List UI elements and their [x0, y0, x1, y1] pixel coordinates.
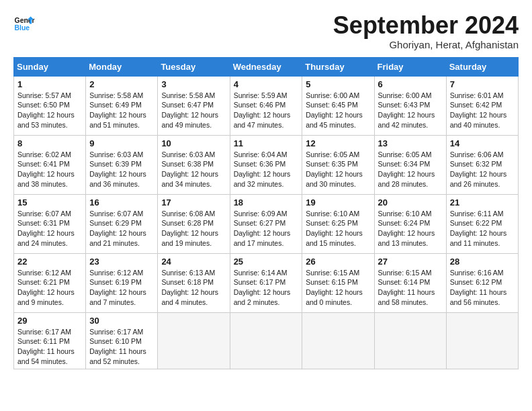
- table-cell: 27Sunrise: 6:15 AMSunset: 6:14 PMDayligh…: [374, 253, 446, 312]
- table-cell: 22Sunrise: 6:12 AMSunset: 6:21 PMDayligh…: [14, 253, 86, 312]
- table-cell: 3Sunrise: 5:58 AMSunset: 6:47 PMDaylight…: [158, 76, 230, 135]
- logo-icon: General Blue: [13, 12, 35, 34]
- table-cell: 20Sunrise: 6:10 AMSunset: 6:24 PMDayligh…: [374, 194, 446, 253]
- table-cell: 13Sunrise: 6:05 AMSunset: 6:34 PMDayligh…: [374, 135, 446, 194]
- day-number: 8: [17, 138, 82, 148]
- table-cell: 15Sunrise: 6:07 AMSunset: 6:31 PMDayligh…: [14, 194, 86, 253]
- day-info: Sunrise: 6:11 AMSunset: 6:22 PMDaylight:…: [450, 209, 515, 248]
- col-monday: Monday: [86, 57, 158, 76]
- table-cell: 24Sunrise: 6:13 AMSunset: 6:18 PMDayligh…: [158, 253, 230, 312]
- day-info: Sunrise: 6:07 AMSunset: 6:29 PMDaylight:…: [89, 209, 154, 248]
- day-info: Sunrise: 6:13 AMSunset: 6:18 PMDaylight:…: [161, 268, 226, 308]
- day-info: Sunrise: 6:05 AMSunset: 6:34 PMDaylight:…: [378, 150, 443, 189]
- col-friday: Friday: [374, 57, 446, 76]
- table-cell: 1Sunrise: 5:57 AMSunset: 6:50 PMDaylight…: [14, 76, 86, 135]
- day-info: Sunrise: 6:15 AMSunset: 6:14 PMDaylight:…: [378, 268, 443, 308]
- day-number: 19: [306, 197, 370, 208]
- table-cell: 4Sunrise: 5:59 AMSunset: 6:46 PMDaylight…: [230, 76, 302, 135]
- day-info: Sunrise: 6:14 AMSunset: 6:17 PMDaylight:…: [234, 268, 299, 308]
- day-info: Sunrise: 6:03 AMSunset: 6:39 PMDaylight:…: [89, 150, 154, 189]
- day-info: Sunrise: 6:01 AMSunset: 6:42 PMDaylight:…: [450, 91, 515, 130]
- day-number: 24: [161, 257, 226, 267]
- day-number: 1: [17, 79, 82, 89]
- day-number: 6: [378, 79, 443, 89]
- col-wednesday: Wednesday: [230, 57, 302, 76]
- table-cell: [230, 312, 302, 369]
- calendar-header-row: Sunday Monday Tuesday Wednesday Thursday…: [14, 57, 519, 76]
- day-number: 4: [234, 79, 299, 89]
- day-info: Sunrise: 6:02 AMSunset: 6:41 PMDaylight:…: [17, 150, 82, 189]
- col-saturday: Saturday: [446, 57, 518, 76]
- table-cell: 5Sunrise: 6:00 AMSunset: 6:45 PMDaylight…: [302, 76, 374, 135]
- day-number: 29: [17, 316, 82, 326]
- day-info: Sunrise: 5:58 AMSunset: 6:47 PMDaylight:…: [161, 91, 226, 130]
- day-number: 26: [306, 257, 370, 267]
- header: General Blue September 2024 Ghoriyan, He…: [13, 12, 519, 50]
- table-cell: 26Sunrise: 6:15 AMSunset: 6:15 PMDayligh…: [302, 253, 374, 312]
- day-number: 10: [161, 138, 226, 148]
- day-number: 22: [17, 257, 82, 267]
- day-info: Sunrise: 6:09 AMSunset: 6:27 PMDaylight:…: [234, 209, 299, 248]
- table-cell: 7Sunrise: 6:01 AMSunset: 6:42 PMDaylight…: [446, 76, 518, 135]
- day-number: 9: [89, 138, 154, 148]
- day-info: Sunrise: 5:58 AMSunset: 6:49 PMDaylight:…: [89, 91, 154, 130]
- day-info: Sunrise: 6:08 AMSunset: 6:28 PMDaylight:…: [161, 209, 226, 248]
- day-number: 7: [450, 79, 515, 89]
- day-number: 27: [378, 257, 443, 267]
- day-number: 20: [378, 197, 443, 208]
- day-info: Sunrise: 6:12 AMSunset: 6:21 PMDaylight:…: [17, 268, 82, 308]
- table-cell: 16Sunrise: 6:07 AMSunset: 6:29 PMDayligh…: [86, 194, 158, 253]
- day-info: Sunrise: 6:10 AMSunset: 6:24 PMDaylight:…: [378, 209, 443, 248]
- table-cell: 23Sunrise: 6:12 AMSunset: 6:19 PMDayligh…: [86, 253, 158, 312]
- day-info: Sunrise: 6:12 AMSunset: 6:19 PMDaylight:…: [89, 268, 154, 308]
- day-info: Sunrise: 6:06 AMSunset: 6:32 PMDaylight:…: [450, 150, 515, 189]
- day-number: 14: [450, 138, 515, 148]
- table-cell: 29Sunrise: 6:17 AMSunset: 6:11 PMDayligh…: [14, 312, 86, 369]
- day-info: Sunrise: 5:59 AMSunset: 6:46 PMDaylight:…: [234, 91, 299, 130]
- calendar-table: Sunday Monday Tuesday Wednesday Thursday…: [13, 57, 519, 370]
- day-info: Sunrise: 6:07 AMSunset: 6:31 PMDaylight:…: [17, 209, 82, 248]
- day-number: 30: [89, 316, 154, 326]
- day-info: Sunrise: 6:00 AMSunset: 6:45 PMDaylight:…: [306, 91, 370, 130]
- table-cell: 2Sunrise: 5:58 AMSunset: 6:49 PMDaylight…: [86, 76, 158, 135]
- day-number: 13: [378, 138, 443, 148]
- table-cell: [446, 312, 518, 369]
- col-sunday: Sunday: [14, 57, 86, 76]
- table-cell: 28Sunrise: 6:16 AMSunset: 6:12 PMDayligh…: [446, 253, 518, 312]
- day-number: 12: [306, 138, 370, 148]
- day-info: Sunrise: 6:15 AMSunset: 6:15 PMDaylight:…: [306, 268, 370, 308]
- day-number: 3: [161, 79, 226, 89]
- table-cell: 8Sunrise: 6:02 AMSunset: 6:41 PMDaylight…: [14, 135, 86, 194]
- col-thursday: Thursday: [302, 57, 374, 76]
- day-number: 17: [161, 197, 226, 208]
- day-info: Sunrise: 6:10 AMSunset: 6:25 PMDaylight:…: [306, 209, 370, 248]
- day-info: Sunrise: 6:00 AMSunset: 6:43 PMDaylight:…: [378, 91, 443, 130]
- table-cell: 6Sunrise: 6:00 AMSunset: 6:43 PMDaylight…: [374, 76, 446, 135]
- day-info: Sunrise: 5:57 AMSunset: 6:50 PMDaylight:…: [17, 91, 82, 130]
- table-cell: 18Sunrise: 6:09 AMSunset: 6:27 PMDayligh…: [230, 194, 302, 253]
- day-number: 21: [450, 197, 515, 208]
- day-number: 2: [89, 79, 154, 89]
- table-cell: 30Sunrise: 6:17 AMSunset: 6:10 PMDayligh…: [86, 312, 158, 369]
- table-cell: 21Sunrise: 6:11 AMSunset: 6:22 PMDayligh…: [446, 194, 518, 253]
- day-info: Sunrise: 6:17 AMSunset: 6:11 PMDaylight:…: [17, 327, 82, 367]
- day-number: 25: [234, 257, 299, 267]
- table-cell: 17Sunrise: 6:08 AMSunset: 6:28 PMDayligh…: [158, 194, 230, 253]
- table-cell: 9Sunrise: 6:03 AMSunset: 6:39 PMDaylight…: [86, 135, 158, 194]
- day-number: 15: [17, 197, 82, 208]
- table-cell: 19Sunrise: 6:10 AMSunset: 6:25 PMDayligh…: [302, 194, 374, 253]
- day-number: 11: [234, 138, 299, 148]
- table-cell: [158, 312, 230, 369]
- col-tuesday: Tuesday: [158, 57, 230, 76]
- table-cell: 12Sunrise: 6:05 AMSunset: 6:35 PMDayligh…: [302, 135, 374, 194]
- page-container: General Blue September 2024 Ghoriyan, He…: [0, 0, 532, 376]
- day-info: Sunrise: 6:17 AMSunset: 6:10 PMDaylight:…: [89, 327, 154, 367]
- day-number: 5: [306, 79, 370, 89]
- day-number: 28: [450, 257, 515, 267]
- day-info: Sunrise: 6:03 AMSunset: 6:38 PMDaylight:…: [161, 150, 226, 189]
- table-cell: 25Sunrise: 6:14 AMSunset: 6:17 PMDayligh…: [230, 253, 302, 312]
- logo: General Blue: [13, 12, 35, 34]
- location: Ghoriyan, Herat, Afghanistan: [333, 39, 519, 50]
- table-cell: 10Sunrise: 6:03 AMSunset: 6:38 PMDayligh…: [158, 135, 230, 194]
- day-number: 18: [234, 197, 299, 208]
